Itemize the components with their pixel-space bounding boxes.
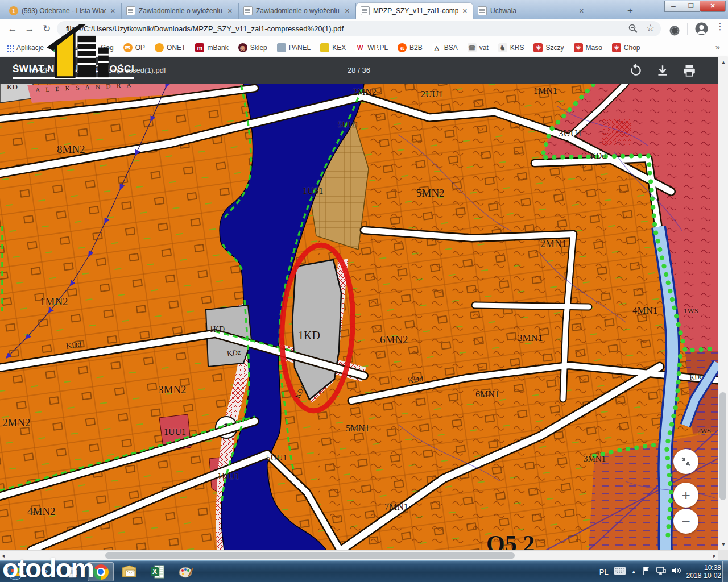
keyboard-icon[interactable] [614,567,626,577]
tab-zawiadomienie-o-wy-o[interactable]: Zawiadomienie o wyłożeniu✕ [239,3,356,19]
extension-wheel-icon[interactable] [669,25,680,39]
vertical-scroll-thumb[interactable] [719,392,726,500]
bookmark-maso[interactable]: ✳Maso [574,43,602,52]
new-tab-button[interactable]: + [623,5,637,17]
tab-mpzp-szy-v11-zal1-co[interactable]: MPZP_SZY_v11_zal1-compre✕ [356,3,473,19]
rotate-icon[interactable] [628,63,643,78]
zoom-glass-icon[interactable] [628,23,638,36]
tab-favicon-doc-icon [478,6,487,15]
zoom-out-button[interactable]: − [673,509,698,534]
url-text[interactable]: file:///C:/Users/Uzytkownik/Downloads/MP… [66,21,627,36]
tab-favicon-doc-icon [361,6,370,15]
bookmark-sklep[interactable]: ◉Sklep [238,43,267,52]
tab-favicon-doc-icon [243,6,253,15]
map-label-2uu1: 2UU1 [421,89,443,99]
scroll-up-icon[interactable]: ▲ [721,58,726,67]
tab-close-icon[interactable]: ✕ [226,6,234,16]
tab-close-icon[interactable]: ✕ [344,6,351,16]
bookmark-favicon: ✳ [612,43,621,52]
bookmark-label: OP [135,44,145,52]
map-label-kdd: KDd [407,375,424,385]
bookmark-wp-pl[interactable]: WWP.PL [355,43,388,52]
map-label-6mn2: 6MN2 [380,334,408,346]
bookmark-krs[interactable]: ♞KRS [498,43,524,52]
bookmark-szczy[interactable]: ✳Szczy [533,43,564,52]
map-label-kd: KD [7,84,18,92]
maximize-button[interactable]: ❐ [682,1,700,12]
taskbar-paint-icon[interactable] [173,562,199,581]
bookmark-onet[interactable]: ONET [155,43,185,52]
map-label-1ws: 1WS [684,306,698,315]
bookmark-aplikacje[interactable]: Aplikacje [6,44,44,52]
map-label-o5-2: O5 2 [486,530,535,550]
tray-expand-icon[interactable]: ▲ [631,569,636,575]
map-label-kdd: KDd [590,152,606,161]
zoom-in-button[interactable]: + [673,483,698,508]
tab-uchwala[interactable]: Uchwala✕ [473,3,590,19]
print-icon[interactable] [682,63,697,78]
tray-clock[interactable]: 10:38 2018-10-02 [686,564,721,580]
bookmark-favicon: ✳ [533,43,543,52]
download-icon[interactable] [655,63,670,78]
map-label-1kd: 1KD [298,329,320,342]
map-label-3uu1: 3UU1 [559,128,582,139]
menu-dots-icon[interactable]: ⋮ [715,21,725,32]
map-label-3mn1: 3MN1 [518,332,543,344]
horizontal-scroll-thumb[interactable] [105,552,515,559]
bookmark-kex[interactable]: KEX [320,43,346,52]
horizontal-scrollbar[interactable]: ◂ ▸ [0,550,718,560]
close-button[interactable]: ✕ [700,1,726,12]
map-label-kdd: KDd [689,372,703,382]
fit-page-button[interactable] [673,449,698,474]
bookmark-label: PANEL [289,44,311,52]
map-label-2mn1: 2MN1 [540,238,567,250]
browser-window: 1(593) Odebrane - Lista Wiad✕Zawiadomien… [0,0,728,582]
bookmark-label: WP.PL [367,44,388,52]
bookmark-star-icon[interactable]: ☆ [646,22,655,34]
scroll-right-icon[interactable]: ▸ [713,551,716,560]
scrollbar-corner [718,550,728,560]
window-controls: ─ ❐ ✕ [665,1,726,12]
bookmark-label: vat [479,44,489,52]
bookmark-favicon: ✉ [123,43,133,52]
map-label-6mn1: 6MN1 [475,389,499,400]
bookmark-b2b[interactable]: aB2B [398,43,423,52]
bookmark-favicon: a [398,43,407,52]
address-bar[interactable]: file:///C:/Users/Uzytkownik/Downloads/MP… [57,21,661,36]
profile-avatar[interactable] [695,22,708,38]
bookmark-chop[interactable]: ✳Chop [612,43,640,52]
bookmark-label: Sklep [250,44,267,52]
minimize-button[interactable]: ─ [664,1,682,12]
tab-close-icon[interactable]: ✕ [461,6,469,16]
map-label-5uu1: 5UU1 [338,120,359,130]
bookmark-label: B2B [410,44,423,52]
tab-title: Zawiadomienie o wyłożeniu [139,7,223,15]
volume-icon[interactable] [671,566,681,577]
scroll-down-icon[interactable]: ▼ [721,540,726,549]
taskbar-outlook-icon[interactable] [116,562,142,581]
taskbar-excel-icon[interactable]: X [144,562,171,581]
brand-building-logo [47,24,116,83]
forward-icon[interactable]: → [23,22,36,36]
bookmark-favicon: W [355,43,365,52]
action-center-flag-icon[interactable] [642,566,651,577]
bookmark-vat[interactable]: ☎vat [468,43,489,52]
show-desktop-button[interactable] [722,561,728,582]
bookmark-bsa[interactable]: △BSA [432,43,458,52]
map-label-1mn2: 1MN2 [40,296,68,308]
tab-zawiadomienie-o-wy-o[interactable]: Zawiadomienie o wyłożeniu✕ [122,3,239,19]
back-icon[interactable]: ← [6,22,19,36]
bookmark-mbank[interactable]: mmBank [195,43,228,52]
portal-watermark: otodom [2,552,93,582]
tab--593-odebrane-lista-[interactable]: 1(593) Odebrane - Lista Wiad✕ [5,3,122,19]
apps-grid-icon [6,44,14,52]
map-label-4mn1: 4MN1 [632,305,657,317]
vertical-scrollbar[interactable]: ▲ ▼ [718,57,728,550]
bookmarks-overflow-chevron[interactable]: » [715,42,720,52]
bookmark-panel[interactable]: PANEL [277,43,311,52]
tab-close-icon[interactable]: ✕ [578,6,585,16]
network-icon[interactable] [656,566,666,577]
tab-close-icon[interactable]: ✕ [109,6,117,16]
tray-language[interactable]: PL [599,568,609,576]
bookmark-op[interactable]: ✉OP [123,43,145,52]
